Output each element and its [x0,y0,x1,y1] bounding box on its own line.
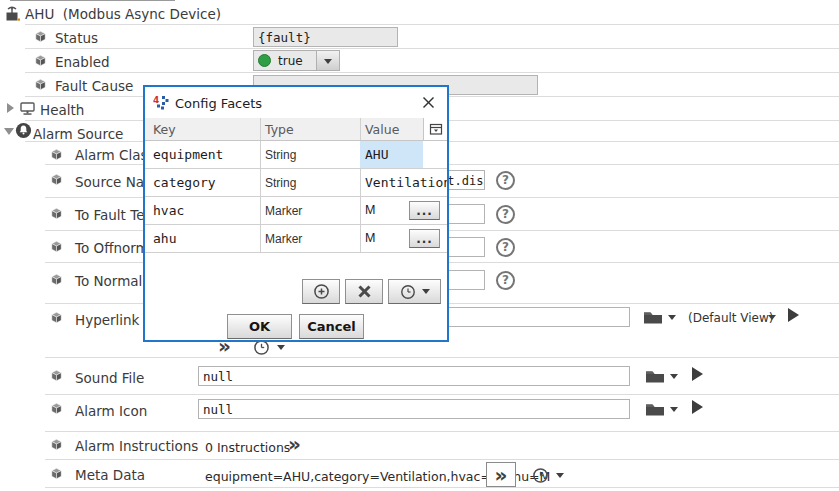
alarm-icon-field[interactable]: null [198,399,630,419]
table-row[interactable]: ahu Marker M ... [145,225,447,253]
chevron-down-icon[interactable] [668,315,676,320]
help-icon[interactable]: ? [496,205,515,224]
delete-facet-button[interactable] [345,279,383,304]
property-cube-icon [49,147,64,162]
cell-type[interactable]: Marker [265,204,302,218]
property-cube-icon [49,401,64,416]
device-icon [3,3,21,22]
health-monitor-icon [19,100,36,116]
label-alarm-source: Alarm Source [33,126,123,142]
cell-type[interactable]: Marker [265,232,302,246]
property-cube-icon [49,437,64,452]
table-row[interactable]: hvac Marker M ... [145,197,447,225]
cell-value[interactable]: AHU [365,147,388,162]
cell-type[interactable]: String [265,148,296,162]
row-separator [45,357,839,358]
column-divider [360,169,361,196]
dropdown-button[interactable] [316,51,339,70]
table-row[interactable]: equipment String AHU [145,141,447,169]
folder-icon[interactable] [645,401,665,417]
hyperlink-go-icon[interactable] [788,308,799,322]
sound-file-field[interactable]: null [198,366,630,386]
table-row[interactable]: category String Ventilation [145,169,447,197]
play-icon[interactable] [692,400,703,414]
ok-button[interactable]: OK [227,314,292,339]
cell-type[interactable]: String [265,176,296,190]
row-separator [45,459,839,460]
label-health: Health [40,102,84,118]
sound-file-value: null [203,369,233,384]
property-cube-icon [33,29,48,44]
property-cube-icon [33,53,48,68]
property-cube-icon [33,77,48,92]
chevron-down-icon[interactable] [670,374,678,379]
help-icon[interactable]: ? [496,271,515,290]
view-selector[interactable]: (Default View) [688,311,774,325]
expand-chevrons-icon: » [495,465,508,485]
facets-table: Key Type Value equipment String AHU [145,118,447,253]
status-value: {fault} [258,30,311,45]
expander-expanded-icon[interactable] [4,128,14,135]
alarm-bell-icon [15,122,32,139]
enabled-dropdown[interactable]: true [253,50,340,71]
label-enabled: Enabled [55,54,110,70]
table-options-button[interactable] [423,118,447,140]
help-icon[interactable]: ? [496,171,515,190]
cell-key[interactable]: ahu [153,231,260,253]
column-header-value[interactable]: Value [365,122,399,137]
chevron-down-icon [324,59,332,64]
label-hyperlink: Hyperlink [75,312,139,328]
column-divider [260,141,261,168]
clock-icon [400,284,416,300]
cell-key[interactable]: hvac [153,203,260,225]
chevron-down-icon[interactable] [556,473,564,478]
column-divider [260,225,261,252]
label-meta-data: Meta Data [75,467,145,483]
chevron-down-icon[interactable] [768,315,776,320]
chevron-down-icon[interactable] [277,345,285,350]
timestamp-facet-button[interactable] [388,279,441,304]
config-facets-dialog: 4 Config Facets Key Type Value [143,85,449,342]
label-sound-file: Sound File [75,370,144,386]
row-separator [45,394,839,395]
enabled-value: true [278,54,303,68]
cell-key[interactable]: equipment [153,147,260,169]
marker-edit-button[interactable]: ... [409,201,440,220]
column-header-type[interactable]: Type [265,122,294,137]
property-cube-icon [49,466,64,481]
cell-value[interactable]: M [365,203,375,217]
folder-icon[interactable] [645,368,665,384]
property-cube-icon [49,239,64,254]
svg-text:4: 4 [153,95,159,105]
column-divider [360,197,361,224]
status-green-dot [258,54,271,67]
label-fault-cause: Fault Cause [55,78,133,94]
cell-value[interactable]: M [365,231,375,245]
facets-icon: 4 [153,94,169,110]
cell-value[interactable]: Ventilation [365,175,447,190]
close-icon[interactable] [421,95,437,111]
status-field[interactable]: {fault} [253,27,398,47]
expander-collapsed-icon[interactable] [7,103,14,113]
chevron-down-icon[interactable] [670,407,678,412]
dialog-title: Config Facets [175,96,262,111]
folder-icon[interactable] [643,309,663,325]
column-divider [260,169,261,196]
plus-circle-icon [313,283,330,300]
property-cube-icon [49,172,64,187]
cancel-button[interactable]: Cancel [299,314,364,339]
x-icon [357,284,372,299]
cell-key[interactable]: category [153,175,260,197]
row-separator [45,487,839,488]
column-divider [260,197,261,224]
clock-icon[interactable] [532,467,549,484]
label-alarm-icon: Alarm Icon [75,403,147,419]
help-icon[interactable]: ? [496,238,515,257]
add-facet-button[interactable] [302,279,340,304]
table-header: Key Type Value [145,118,447,141]
marker-edit-button[interactable]: ... [409,229,440,248]
play-icon[interactable] [692,367,703,381]
expand-chevrons-button[interactable]: » [486,462,516,487]
column-header-key[interactable]: Key [153,122,176,137]
expand-chevrons-icon[interactable]: » [288,434,301,454]
